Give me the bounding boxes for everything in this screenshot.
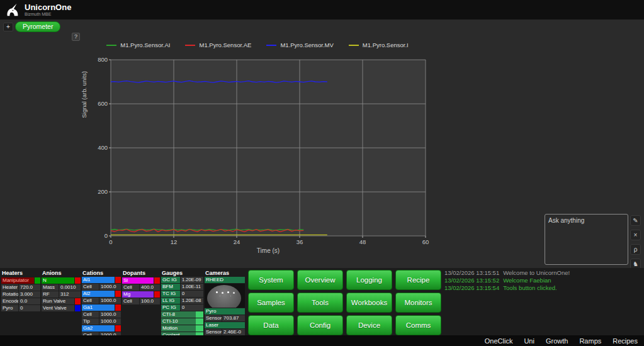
param-cell: Cell100.0 (122, 298, 160, 304)
log-entry: 13/02/2026 13:15:54Tools button clicked. (444, 284, 640, 292)
device-n: N (42, 277, 81, 284)
param-label: Sensor (205, 329, 222, 335)
gauge-tc-ig: TC IG0 (161, 291, 203, 297)
svg-text:600: 600 (98, 100, 108, 107)
legend-item-m1-pyro-sensor-ai: M1.Pyro.Sensor.AI (106, 42, 170, 48)
gauge-bar: CTI-10 (161, 318, 203, 325)
gauge-bar: CTI-8 (161, 311, 203, 318)
param-rf: RF312 (42, 291, 81, 298)
svg-text:200: 200 (98, 188, 108, 195)
legend-label: M1.Pyro.Sensor.AE (199, 42, 251, 48)
gauge-label: PC IG (161, 304, 180, 311)
nav-button-config[interactable]: Config (297, 315, 343, 335)
app-title: UnicornOne (25, 3, 71, 12)
nav-button-logging[interactable]: Logging (346, 270, 392, 290)
header-pyro: Pyro (205, 308, 245, 315)
device-manipulator: Manipulator (1, 277, 40, 284)
nav-button-device[interactable]: Device (346, 315, 392, 335)
param-value: 100.0 (140, 298, 160, 304)
gauge-ll-ig: LL IG1.20E-08 (161, 298, 203, 304)
gauge-bar-level (196, 325, 203, 332)
camera-label: Pyro (205, 308, 245, 315)
nav-button-data[interactable]: Data (248, 315, 294, 335)
taskbar-item-recipes[interactable]: Recipes (613, 337, 638, 345)
app-window: UnicornOne Bizmuth MBE + Pyrometer ? M1.… (0, 0, 644, 346)
section-title-heaters: Heaters (1, 269, 40, 277)
param-label: Vent Valve (42, 305, 74, 311)
legend-label: M1.Pyro.Sensor.MV (280, 42, 333, 48)
header-rheed: RHEED (205, 277, 245, 283)
close-icon-button[interactable]: × (630, 230, 641, 240)
gauge-label: BFM (161, 284, 180, 290)
svg-text:0: 0 (105, 232, 108, 239)
tab-pyrometer[interactable]: Pyrometer (15, 21, 60, 32)
nav-button-tools[interactable]: Tools (297, 293, 343, 313)
nav-button-samples[interactable]: Samples (248, 293, 294, 313)
section-cations: CationsAl1Cell1000.0Al2Cell1000.0Ga1Cell… (82, 269, 121, 335)
top-bar: UnicornOne Bizmuth MBE (0, 0, 644, 20)
title-block: UnicornOne Bizmuth MBE (25, 3, 71, 17)
nav-button-system[interactable]: System (248, 270, 294, 290)
param-vent-valve: Vent Valve (42, 305, 81, 311)
gauge-label: GC IG (161, 277, 180, 283)
taskbar-item-oneclick[interactable]: OneClick (485, 337, 513, 345)
legend-swatch (106, 45, 116, 46)
gauge-gc-ig: GC IG1.20E-09 (161, 277, 203, 283)
nav-button-overview[interactable]: Overview (297, 270, 343, 290)
log-timestamp: 13/02/2026 13:15:54 (444, 284, 499, 291)
taskbar-item-growth[interactable]: Growth (546, 337, 568, 345)
status-indicator (154, 291, 160, 298)
param-sensor: Sensor703.87 (205, 315, 245, 321)
app-subtitle: Bizmuth MBE (25, 12, 71, 17)
taskbar-item-ramps[interactable]: Ramps (579, 337, 601, 345)
param-label: Tip (82, 318, 99, 325)
param-label: Cell (82, 284, 99, 290)
gauge-pc-ig: PC IG0 (161, 304, 203, 311)
gauge-label: LL IG (161, 298, 180, 304)
status-indicator (115, 325, 121, 332)
param-label: Mass (42, 284, 59, 291)
gauge-bar-level (196, 311, 203, 318)
process-panel: HeatersManipulatorHeater720.0Rotatio3.00… (1, 269, 248, 335)
event-log: 13/02/2026 13:15:51Welcome to UnicornOne… (444, 269, 640, 292)
gauge-label: TC IG (161, 291, 180, 297)
param-label: Pyro (1, 305, 18, 311)
pen-icon-button[interactable]: ✎ (630, 215, 641, 226)
nav-button-comms[interactable]: Comms (395, 315, 441, 335)
bar-cti-10: CTI-10 (161, 318, 203, 325)
status-indicator (154, 277, 160, 284)
param-label: Encode (1, 298, 18, 304)
log-entry: 13/02/2026 13:15:51Welcome to UnicornOne… (444, 269, 640, 277)
bar-motion: Motion (161, 325, 203, 332)
status-indicator (115, 291, 121, 297)
section-anions: AnionsNMass0.0010RF312Run ValveVent Valv… (42, 269, 81, 335)
bar-cti-8: CTI-8 (161, 311, 203, 318)
param-value: 0.0010 (59, 284, 81, 291)
gauge-bfm: BFM1.00E-11 (161, 284, 203, 290)
rho-icon-button[interactable]: ρ (630, 244, 641, 255)
device-label: Ga1 (82, 304, 115, 311)
device-label: Al1 (82, 277, 115, 283)
add-tab-button[interactable]: + (3, 23, 13, 31)
log-timestamp: 13/02/2026 13:15:52 (444, 277, 499, 284)
param-label: Cell (122, 298, 139, 304)
device-al1: Al1 (82, 277, 121, 283)
nav-button-recipe[interactable]: Recipe (395, 270, 441, 290)
param-value: 0 (19, 305, 40, 311)
section-dopants: DopantsSiCell400.0MgCell100.0 (122, 269, 160, 335)
nav-button-workbooks[interactable]: Workbooks (346, 293, 392, 313)
log-message: Welcome to UnicornOne! (503, 269, 570, 276)
param-label: Rotatio (1, 291, 18, 298)
svg-text:12: 12 (171, 238, 178, 245)
param-mass: Mass0.0010 (42, 284, 81, 291)
device-label: Al2 (82, 291, 115, 297)
log-entry: 13/02/2026 13:15:52Welcome Faebian (444, 277, 640, 284)
help-button[interactable]: ? (72, 33, 80, 41)
section-title-cations: Cations (82, 269, 121, 277)
ask-input[interactable] (545, 214, 628, 265)
legend-item-m1-pyro-sensor-ae: M1.Pyro.Sensor.AE (185, 42, 251, 48)
param-value: 703.87 (222, 315, 245, 321)
rheed-diffraction-dots (216, 291, 218, 293)
taskbar-item-uni[interactable]: Uni (524, 337, 534, 345)
nav-button-monitors[interactable]: Monitors (395, 293, 441, 313)
